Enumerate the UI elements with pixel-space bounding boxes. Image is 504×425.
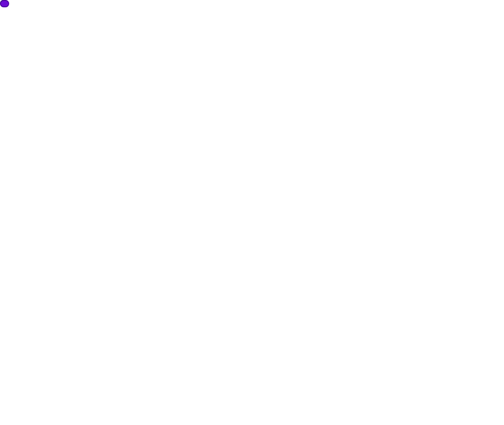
diagram-canvas — [0, 0, 504, 425]
node-attacker-get-access-host-cluster — [0, 0, 9, 7]
edges-layer — [0, 0, 504, 425]
